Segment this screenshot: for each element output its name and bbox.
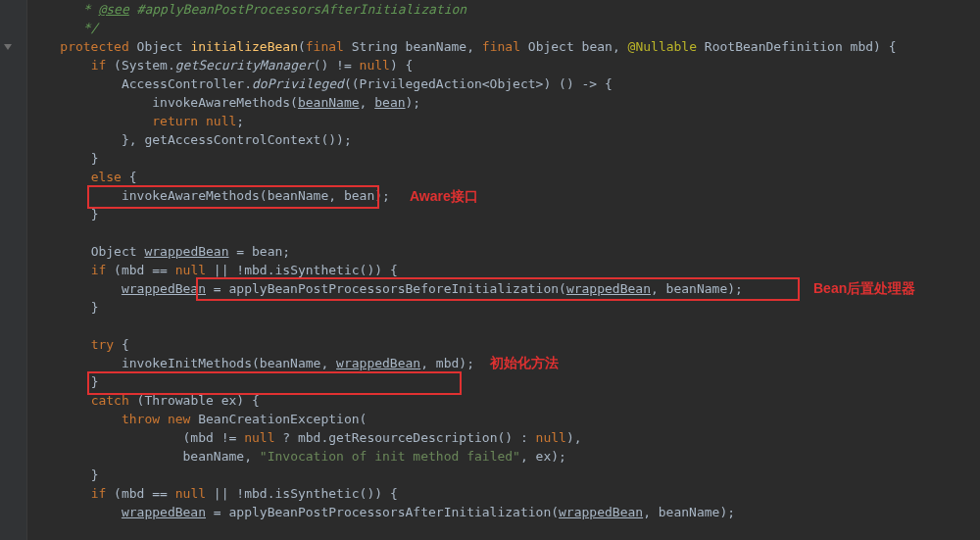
brace: { bbox=[122, 337, 129, 352]
var: bean bbox=[374, 95, 405, 110]
code-line: (mbd != null ? mbd.getResourceDescriptio… bbox=[29, 428, 980, 447]
kw-final: final bbox=[306, 39, 352, 54]
param: bean bbox=[582, 39, 612, 54]
code: ); bbox=[406, 95, 421, 110]
string-literal: "Invocation of init method failed" bbox=[260, 449, 520, 464]
code: = bbox=[206, 505, 228, 519]
kw-else: else bbox=[91, 170, 129, 184]
code: beanName, bbox=[183, 449, 260, 464]
kw-null: null bbox=[206, 114, 236, 128]
type: String bbox=[352, 39, 406, 54]
code-editor[interactable]: * @see #applyBeanPostProcessorsAfterInit… bbox=[0, 0, 980, 521]
kw-null: null bbox=[360, 58, 390, 73]
code-line: invokeAwareMethods(beanName, bean); bbox=[29, 93, 980, 112]
kw-final: final bbox=[482, 39, 528, 54]
code: () != bbox=[314, 58, 360, 73]
var: wrappedBean bbox=[559, 505, 643, 519]
comment-see: @see bbox=[98, 2, 128, 17]
code: ), bbox=[566, 430, 582, 445]
brace: } bbox=[91, 300, 99, 315]
code-line: beanName, "Invocation of init method fai… bbox=[29, 447, 980, 466]
code: }, getAccessControlContext()); bbox=[122, 132, 352, 147]
kw-null: null bbox=[536, 430, 566, 445]
code-line: } bbox=[29, 149, 980, 168]
code: , ex); bbox=[520, 449, 566, 464]
code-line: if (mbd == null || !mbd.isSynthetic()) { bbox=[29, 484, 980, 503]
method-call: invokeInitMethods(beanName, bbox=[122, 356, 336, 370]
code: ((PrivilegedAction<Object>) () -> { bbox=[344, 76, 612, 91]
var: wrappedBean bbox=[144, 244, 228, 259]
param: mbd bbox=[851, 39, 873, 54]
kw-protected: protected bbox=[60, 39, 136, 54]
highlight-label-aware: Aware接口 bbox=[410, 188, 478, 206]
brace: { bbox=[129, 170, 137, 184]
annotation: @Nullable bbox=[628, 39, 705, 54]
code-line: throw new BeanCreationException( bbox=[29, 410, 980, 428]
paren: ) { bbox=[873, 39, 896, 54]
type: Object bbox=[91, 244, 145, 259]
code-line: else { bbox=[29, 168, 980, 186]
var: wrappedBean bbox=[122, 505, 206, 519]
comma: , bbox=[466, 39, 482, 54]
code-line bbox=[29, 223, 980, 242]
kw-try: try bbox=[91, 337, 122, 352]
code: (mbd == bbox=[114, 486, 175, 501]
code: , beanName); bbox=[643, 505, 735, 519]
kw-null: null bbox=[175, 263, 206, 277]
kw-new: new bbox=[168, 412, 198, 426]
code-line: protected Object initializeBean(final St… bbox=[29, 37, 980, 56]
code: || !mbd.isSynthetic()) { bbox=[206, 486, 398, 501]
kw-throw: throw bbox=[122, 412, 168, 426]
kw-return: return bbox=[152, 114, 206, 128]
highlight-box-init bbox=[87, 371, 462, 395]
code-line: }, getAccessControlContext()); bbox=[29, 130, 980, 149]
kw-null: null bbox=[244, 430, 274, 445]
code-line: try { bbox=[29, 335, 980, 354]
code: (System. bbox=[114, 58, 175, 73]
brace: } bbox=[91, 151, 99, 166]
type: Object bbox=[528, 39, 582, 54]
type: RootBeanDefinition bbox=[705, 39, 851, 54]
semi: ; bbox=[236, 114, 244, 128]
kw-null: null bbox=[175, 486, 206, 501]
highlight-label-init: 初始化方法 bbox=[490, 355, 559, 372]
code: ? mbd.getResourceDescription() : bbox=[274, 430, 535, 445]
var: wrappedBean bbox=[336, 356, 420, 370]
comma: , bbox=[360, 95, 375, 110]
code-line: */ bbox=[29, 19, 980, 37]
method-call: getSecurityManager bbox=[175, 58, 314, 73]
comma: , bbox=[612, 39, 628, 54]
code-line: wrappedBean = applyBeanPostProcessorsAft… bbox=[29, 503, 980, 521]
method-call: invokeAwareMethods( bbox=[152, 95, 298, 110]
comment-text: * bbox=[75, 2, 98, 17]
code-line: return null; bbox=[29, 112, 980, 130]
code: AccessController. bbox=[122, 76, 252, 91]
var: beanName bbox=[298, 95, 360, 110]
method-name: initializeBean bbox=[190, 39, 298, 54]
comment-ref: #applyBeanPostProcessorsAfterInitializat… bbox=[129, 2, 466, 17]
highlight-box-aware bbox=[87, 185, 379, 209]
type: Object bbox=[137, 39, 191, 54]
ctor-call: BeanCreationException( bbox=[198, 412, 367, 426]
code-line: AccessController.doPrivileged((Privilege… bbox=[29, 74, 980, 93]
kw-if: if bbox=[91, 486, 114, 501]
code-line: if (System.getSecurityManager() != null)… bbox=[29, 56, 980, 74]
method-call: doPrivileged bbox=[252, 76, 344, 91]
paren: ( bbox=[298, 39, 306, 54]
brace: } bbox=[91, 467, 99, 482]
var: wrappedBean bbox=[122, 281, 206, 296]
code-line: } bbox=[29, 466, 980, 484]
comment-close: */ bbox=[75, 21, 98, 35]
code: || !mbd.isSynthetic()) { bbox=[206, 263, 398, 277]
kw-catch: catch bbox=[91, 393, 137, 408]
kw-if: if bbox=[91, 58, 114, 73]
code: = bean; bbox=[229, 244, 291, 259]
code-line bbox=[29, 317, 980, 335]
code: (mbd == bbox=[114, 263, 175, 277]
method-call: applyBeanPostProcessorsAfterInitializati… bbox=[229, 505, 560, 519]
code-line: Object wrappedBean = bean; bbox=[29, 242, 980, 261]
kw-if: if bbox=[91, 263, 114, 277]
code: ) { bbox=[390, 58, 413, 73]
highlight-box-bpp bbox=[196, 277, 800, 301]
param: beanName bbox=[406, 39, 467, 54]
